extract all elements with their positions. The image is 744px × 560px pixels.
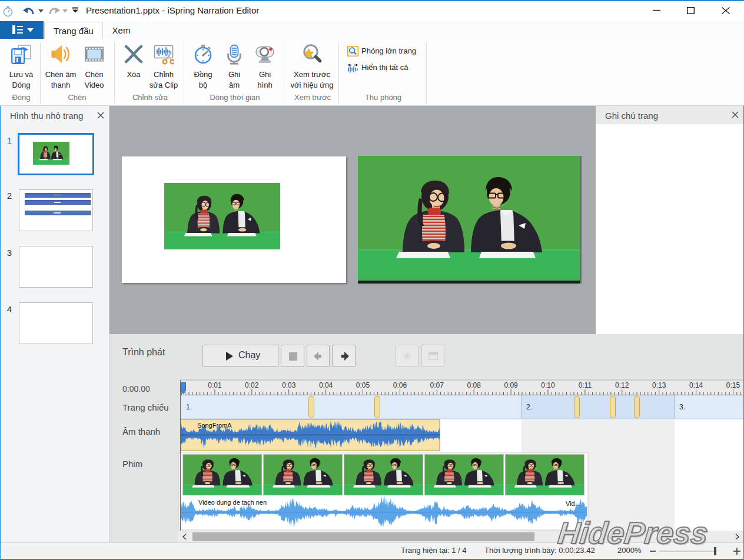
svg-text:0:12: 0:12 [615,381,629,389]
svg-text:SongFromA: SongFromA [197,422,232,429]
svg-text:0:04: 0:04 [319,381,333,389]
svg-text:0:06: 0:06 [393,381,407,389]
svg-text:0:11: 0:11 [579,381,592,389]
svg-text:0:01: 0:01 [208,381,222,389]
svg-text:0:05: 0:05 [356,381,370,389]
svg-text:0:09: 0:09 [504,381,518,389]
svg-text:0:15: 0:15 [726,381,740,389]
svg-text:2.: 2. [526,403,532,411]
svg-text:1.: 1. [186,403,192,411]
svg-text:0:03: 0:03 [282,381,296,389]
svg-text:0:08: 0:08 [467,381,481,389]
svg-text:0:13: 0:13 [652,381,666,389]
svg-text:0:14: 0:14 [689,381,703,389]
svg-text:3.: 3. [679,403,685,411]
svg-text:0:10: 0:10 [541,381,555,389]
svg-text:0:02: 0:02 [245,381,259,389]
svg-text:Vid...: Vid... [566,500,580,507]
svg-text:0:07: 0:07 [430,381,444,389]
svg-text:Video dung de tach nen: Video dung de tach nen [198,499,267,506]
